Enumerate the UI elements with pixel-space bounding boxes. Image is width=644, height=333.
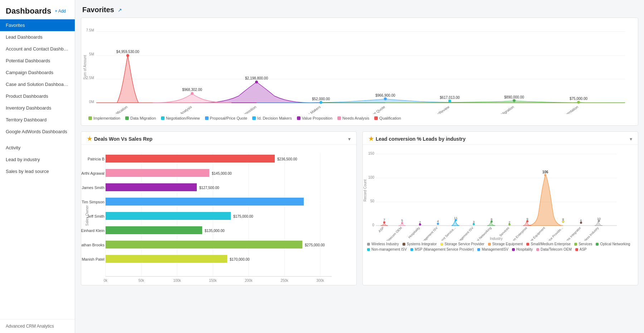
bar-label-jeff: Jeff Smith — [87, 214, 104, 218]
bar-chart-panel: ★ Deals Won Vs Sales Rep ▾ Sales Owner 0… — [81, 131, 357, 285]
needs-analysis-label: $968,302.00 — [182, 88, 202, 92]
bar-james — [106, 183, 197, 191]
sidebar-item-inventory[interactable]: Inventory Dashboards — [0, 102, 75, 114]
proposal-point — [384, 97, 387, 100]
needs-analysis-point — [191, 92, 194, 95]
area-chart-title-area: ★ Lead conversion % Leads by industry — [369, 135, 465, 142]
svg-point-47 — [473, 223, 475, 225]
bar-chart-title: Deals Won Vs Sales Rep — [94, 136, 152, 142]
svg-text:150k: 150k — [209, 279, 217, 283]
svg-text:250k: 250k — [280, 279, 289, 283]
sidebar-item-google-adwords[interactable]: Google AdWords Dashboards — [0, 126, 75, 137]
bottom-charts-row: ★ Deals Won Vs Sales Rep ▾ Sales Owner 0… — [81, 131, 638, 285]
svg-text:Services: Services — [499, 226, 510, 237]
stage-proposal: Proposal/Price Quote — [356, 105, 386, 114]
bar-value-james: $127,500.00 — [199, 186, 219, 190]
bar-chart-body: Sales Owner 0k 50k 100k 150k 200k 250k 3… — [81, 145, 356, 285]
sidebar-item-potential[interactable]: Potential Dashboards — [0, 55, 75, 67]
bar-chart-star-icon: ★ — [87, 135, 92, 142]
value-prop-area — [192, 82, 385, 103]
svg-text:50k: 50k — [138, 279, 145, 283]
export-icon[interactable]: ↗ — [118, 7, 122, 13]
stage-implementation: Implementation — [557, 105, 579, 114]
bar-jeff — [106, 212, 231, 220]
legend-dot-qualification — [374, 116, 378, 120]
bar-value-nathan: $275,000.00 — [305, 243, 325, 247]
sidebar-item-lead-by-industry[interactable]: Lead by industry — [0, 154, 75, 165]
svg-point-45 — [437, 223, 439, 225]
bar-einhard — [106, 226, 202, 234]
bar-chart-collapse-icon[interactable]: ▾ — [348, 136, 351, 142]
svg-text:106: 106 — [542, 170, 548, 174]
sidebar-item-territory[interactable]: Territory Dashboard — [0, 114, 75, 126]
svg-text:100k: 100k — [173, 279, 181, 283]
bar-chart-svg: Sales Owner 0k 50k 100k 150k 200k 250k 3… — [81, 148, 346, 284]
negotiation-point — [448, 100, 451, 102]
data-migration-label: $890,000.00 — [504, 95, 524, 99]
bar-label-einhard: Einhard Klein — [81, 228, 104, 233]
y-tick-75m: 7.5M — [86, 28, 94, 32]
negotiation-label: $617,013.00 — [440, 96, 460, 100]
svg-point-50 — [526, 220, 528, 222]
legend-dot-proposal — [205, 116, 209, 120]
sidebar-item-case-solution[interactable]: Case and Solution Dashboards — [0, 78, 75, 90]
svg-text:ASP: ASP — [378, 226, 385, 233]
svg-text:100: 100 — [368, 175, 374, 179]
stage-needs-analysis: Needs Analysis — [170, 105, 192, 114]
y-tick-5m: 5M — [89, 52, 94, 56]
sidebar-title: Dashboards + Add — [0, 0, 75, 19]
sidebar-item-sales-by-lead[interactable]: Sales by lead source — [0, 165, 75, 177]
sidebar-footer: Advanced CRM Analytics — [0, 319, 75, 333]
bar-chart-title-area: ★ Deals Won Vs Sales Rep — [87, 135, 152, 142]
proposal-label: $966,900.00 — [375, 93, 395, 97]
legend-dot-negotiation — [161, 116, 165, 120]
svg-text:150: 150 — [368, 151, 374, 155]
svg-text:Wireless Industry: Wireless Industry — [580, 226, 600, 241]
svg-point-49 — [508, 223, 511, 226]
svg-point-44 — [419, 223, 421, 226]
bar-label-nathan: Nathan Brooks — [81, 243, 104, 247]
data-migration-point — [513, 99, 516, 102]
id-decision-label: $52,000.00 — [312, 97, 330, 101]
id-decision-point — [319, 101, 322, 104]
bar-manish — [106, 255, 227, 263]
bar-arthi — [106, 169, 209, 177]
svg-point-43 — [401, 222, 403, 224]
svg-text:200k: 200k — [245, 279, 253, 283]
area-chart-collapse-icon[interactable]: ▾ — [630, 136, 632, 142]
sidebar-item-campaign[interactable]: Campaign Dashboards — [0, 67, 75, 78]
svg-text:0: 0 — [372, 223, 374, 227]
svg-text:Management ISV: Management ISV — [418, 226, 438, 241]
svg-point-54 — [598, 220, 600, 222]
area-chart-legend: Wireless Industry Systems Integrator Sto… — [363, 241, 638, 254]
bar-value-tim: $277,000.00 — [306, 200, 326, 204]
y-tick-25m: 2.5M — [86, 76, 94, 80]
sidebar-item-lead-dashboards[interactable]: Lead Dashboards — [0, 31, 75, 43]
add-dashboard-button[interactable]: + Add — [55, 9, 66, 14]
value-prop-label: $2,198,800.00 — [245, 76, 268, 80]
sidebar-item-activity[interactable]: Activity — [0, 142, 75, 154]
main-header: Favorites ↗ — [75, 0, 644, 18]
top-chart-svg: 7.5M 5M 2.5M 0M Sum of Amount — [81, 21, 632, 114]
svg-point-48 — [491, 221, 493, 223]
stage-value-prop: Value Proposition — [232, 105, 257, 114]
top-chart-legend: Implementation Data Migration Negotiatio… — [81, 114, 638, 124]
implementation-label: $75,000.00 — [570, 97, 587, 101]
area-chart-star-icon: ★ — [369, 135, 374, 142]
sidebar-item-product[interactable]: Product Dashboards — [0, 90, 75, 102]
sidebar-item-favorites[interactable]: Favorites — [0, 19, 75, 31]
sidebar-heading: Dashboards — [6, 6, 51, 16]
area-y-axis-title: Record Count — [363, 179, 367, 202]
legend-data-migration: Data Migration — [125, 116, 156, 120]
legend-id-decision: Id. Decision Makers — [252, 116, 292, 120]
bar-label-james: James Smith — [82, 185, 104, 190]
y-tick-0m: 0M — [89, 100, 94, 104]
sidebar-item-account-contact[interactable]: Account and Contact Dashbo... — [0, 43, 75, 55]
area-chart-svg: 150 100 50 0 Record Count — [363, 148, 620, 241]
top-chart-panel: 7.5M 5M 2.5M 0M Sum of Amount — [81, 18, 638, 126]
bar-value-manish: $170,000.00 — [230, 257, 250, 261]
value-prop-point — [255, 81, 258, 83]
stage-qualification: Qualification — [110, 105, 128, 114]
svg-text:Hospitality: Hospitality — [408, 226, 421, 239]
bar-label-manish: Manish Patel — [82, 257, 104, 261]
